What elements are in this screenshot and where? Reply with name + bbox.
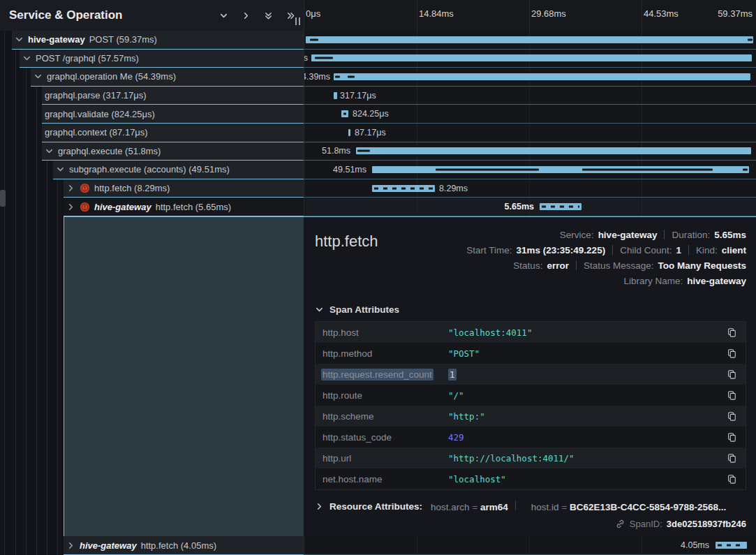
span-operation-label: subgraph.execute (accounts) (49.51ms) [69,164,230,175]
attribute-row[interactable]: http.scheme"http:" [316,406,746,427]
timeline-ruler: 0μs14.84ms29.68ms44.53ms59.37ms [304,0,756,31]
span-tree-item[interactable]: hive-gatewayhttp.fetch (4.05ms) [64,536,304,555]
tree-toolbar [217,9,297,22]
service-name: hive-gateway [94,202,151,212]
span-bar[interactable] [356,147,751,154]
attribute-value: 1 [448,369,725,380]
service-name: hive-gateway [28,34,85,45]
resource-attributes-row[interactable]: Resource Attributes: host.arch = arm64ho… [315,501,746,512]
span-timeline-cell: 51.8ms [304,142,756,161]
span-bar[interactable] [716,542,747,549]
span-tree-item[interactable]: subgraph.execute (accounts) (49.51ms) [53,161,304,179]
meta-label: Start Time: [466,245,512,256]
span-tree-item[interactable]: hive-gatewayPOST (59.37ms) [12,31,304,50]
selected-span-highlight-area [64,216,304,536]
span-timeline-cell: 54.39ms [304,68,756,87]
chevron-right-icon[interactable] [66,202,75,212]
resource-attribute: host.arch = arm64 [431,502,508,512]
chevron-down-icon[interactable] [56,165,65,174]
attribute-row[interactable]: http.status_code429 [316,427,746,447]
attribute-value: "localhost" [448,474,725,484]
meta-label: Status Message: [584,260,654,271]
span-duration-label: 317.17μs [340,87,376,105]
span-tree-item[interactable]: graphql.validate (824.25μs) [42,105,304,124]
span-bar[interactable] [348,129,350,136]
span-bar[interactable] [341,110,348,117]
span-bar[interactable] [372,185,435,192]
span-operation-label: POST (59.37ms) [89,34,157,45]
meta-value: 1 [676,245,681,256]
copy-icon[interactable] [725,390,739,400]
chevron-right-icon[interactable] [66,541,75,550]
attribute-row[interactable]: http.request.resend_count1 [316,364,746,385]
span-bar[interactable] [311,54,752,61]
span-duration-label: 51.8ms [322,142,350,161]
span-row: graphql.validate (824.25μs)824.25μs [0,105,756,124]
resource-attributes-preview: host.arch = arm64host.id = BC62E13B-C4CC… [422,501,726,512]
child-span-mark [582,168,713,170]
panel-splitter-handle[interactable] [292,15,302,27]
span-duration-label: 8.29ms [439,179,468,198]
chevron-down-icon[interactable] [15,35,24,44]
copy-icon[interactable] [725,369,739,379]
span-tree-item[interactable]: graphql.parse (317.17μs) [42,87,304,105]
chevron-down-icon[interactable] [22,54,31,63]
attribute-row[interactable]: http.route"/" [316,385,746,406]
span-tree-item[interactable]: hive-gatewayhttp.fetch (5.65ms) [64,198,304,216]
span-tree-item[interactable]: graphql.execute (51.8ms) [42,142,304,161]
span-tree-item[interactable]: http.fetch (8.29ms) [64,179,304,198]
span-tree-item[interactable]: graphql.operation Me (54.39ms) [31,68,304,87]
attribute-row[interactable]: http.url"http://localhost:4011/" [316,447,746,468]
copy-icon[interactable] [725,348,739,358]
copy-icon[interactable] [725,327,739,337]
collapse-one-icon[interactable] [217,9,230,22]
meta-label: Kind: [696,245,718,256]
link-icon[interactable] [615,519,625,529]
span-detail-panel: http.fetch Service:hive-gatewayDuration:… [304,216,756,536]
attribute-row[interactable]: net.host.name"localhost" [316,468,746,489]
attribute-key: http.status_code [323,432,448,443]
copy-icon[interactable] [725,432,739,442]
copy-icon[interactable] [725,474,739,484]
span-id-value[interactable]: 3de02518937fb246 [667,519,746,529]
chevron-right-icon[interactable] [66,184,75,193]
child-span-mark [357,150,370,152]
span-meta-line: Library Name:hive-gateway [623,273,746,288]
span-bar[interactable] [334,73,750,80]
tree-header: Service & Operation [0,0,304,31]
copy-icon[interactable] [725,453,739,463]
ruler-tick-label: 29.68ms [531,8,566,19]
span-row: hive-gatewayhttp.fetch (4.05ms)4.05ms [0,536,756,555]
ruler-tick-label: 0μs [306,8,320,19]
chevron-down-icon[interactable] [34,72,43,81]
attribute-row[interactable]: http.host"localhost:4011" [316,322,746,343]
chevron-down-icon [315,305,324,314]
span-detail-header: http.fetch Service:hive-gatewayDuration:… [315,227,746,288]
span-duration-label: 4.05ms [681,536,709,554]
meta-label: Duration: [672,230,710,240]
span-attributes-header[interactable]: Span Attributes [315,304,746,315]
span-bar[interactable] [540,203,581,210]
span-duration-label: 87.17μs [355,124,386,142]
span-meta-line: Status:errorStatus Message:Too Many Requ… [513,258,746,273]
attribute-key: http.request.resend_count [323,369,448,380]
attribute-key: http.method [323,348,448,359]
expand-one-icon[interactable] [239,9,252,22]
span-tree-item[interactable]: POST /graphql (57.57ms) [20,50,304,68]
span-bar[interactable] [306,36,753,43]
copy-icon[interactable] [725,411,739,421]
collapse-all-icon[interactable] [262,9,274,22]
span-bar[interactable] [334,92,337,99]
span-tree-item[interactable]: graphql.context (87.17μs) [42,124,304,142]
trace-viewer-window: Service & Operation 0μs14.84ms29.68ms44.… [0,0,756,555]
attribute-value: "/" [448,390,725,401]
chevron-down-icon[interactable] [45,147,54,156]
ruler-tick-label: 59.37ms [718,8,753,19]
service-name: hive-gateway [80,540,137,551]
child-span-mark [348,75,355,77]
page-title: Service & Operation [9,8,123,22]
child-span-mark [335,75,340,77]
attribute-row[interactable]: http.method"POST" [316,343,746,364]
meta-label: Library Name: [623,276,683,286]
scrollbar-thumb[interactable] [0,190,6,207]
